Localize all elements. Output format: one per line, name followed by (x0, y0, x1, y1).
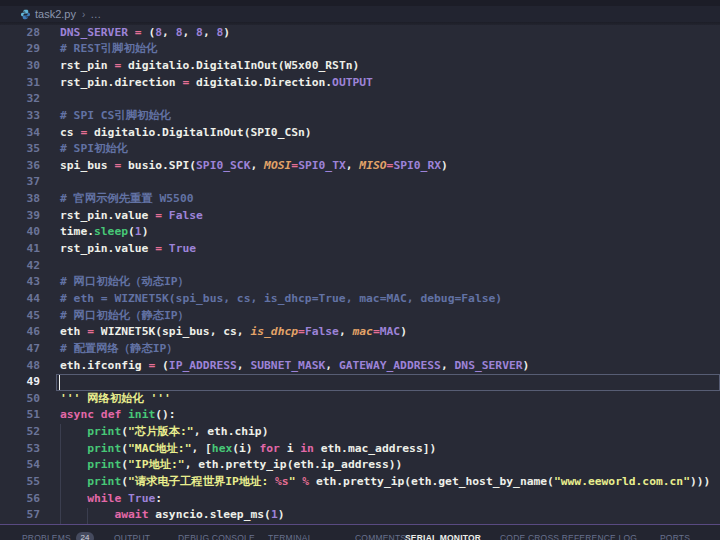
token-com: # SPI初始化 (60, 142, 128, 155)
code-text: # SPI CS引脚初始化 (60, 108, 171, 125)
line-number: 31 (0, 75, 40, 92)
code-line[interactable]: 41rst_pin.value = True (0, 241, 720, 258)
token-kw: await (114, 508, 148, 521)
token-const: False (169, 209, 203, 222)
line-number: 45 (0, 308, 40, 325)
token-fg: i (280, 442, 300, 455)
code-text: print("芯片版本:", eth.chip) (60, 424, 268, 441)
panel-tab-bar[interactable]: PROBLEMS24OUTPUTDEBUG CONSOLETERMINALCOM… (0, 524, 720, 540)
code-line[interactable]: 32 (0, 91, 720, 108)
code-line[interactable]: 40time.sleep(1) (0, 224, 720, 241)
code-line[interactable]: 56 while True: (0, 491, 720, 508)
code-line[interactable]: 52 print("芯片版本:", eth.chip) (0, 424, 720, 441)
code-line[interactable]: 28DNS_SERVER = (8, 8, 8, 8) (0, 25, 720, 42)
line-number: 32 (0, 91, 40, 108)
token-fg: , (339, 325, 353, 338)
token-const: True (128, 492, 155, 505)
current-line-highlight (56, 374, 720, 391)
code-line[interactable]: 34cs = digitalio.DigitalInOut(SPI0_CSn) (0, 125, 720, 142)
token-fg: ( (142, 26, 156, 39)
token-com: # 配置网络（静态IP） (60, 342, 178, 355)
code-line[interactable]: 54 print("IP地址:", eth.pretty_ip(eth.ip_a… (0, 457, 720, 474)
token-num: 1 (135, 225, 142, 238)
panel-tab-comments[interactable]: COMMENTS (355, 533, 406, 540)
line-number: 40 (0, 224, 40, 241)
code-line[interactable]: 43# 网口初始化（动态IP） (0, 274, 720, 291)
token-const: SPI0_TX (298, 159, 346, 172)
code-line[interactable]: 36spi_bus = busio.SPI(SPI0_SCK, MOSI=SPI… (0, 158, 720, 175)
panel-tab-ports[interactable]: PORTS (660, 533, 690, 540)
code-line[interactable]: 38# 官网示例先重置 W5500 (0, 191, 720, 208)
token-fg: digitalio.DigitalInOut(SPI0_CSn) (87, 126, 311, 139)
token-num: 1 (271, 508, 278, 521)
token-com: # REST引脚初始化 (60, 42, 157, 55)
token-fg: busio.SPI( (121, 159, 196, 172)
code-line[interactable]: 33# SPI CS引脚初始化 (0, 108, 720, 125)
token-const: MAC (380, 325, 400, 338)
python-file-icon (20, 9, 31, 20)
token-str: "IP地址:" (128, 458, 185, 471)
token-fn: print (87, 442, 121, 455)
token-fg: , (325, 359, 339, 372)
panel-tab-code-cross-reference-log[interactable]: CODE CROSS REFERENCE LOG (500, 533, 637, 540)
token-fg: asyncio.sleep_ms( (148, 508, 270, 521)
code-text: spi_bus = busio.SPI(SPI0_SCK, MOSI=SPI0_… (60, 158, 448, 175)
code-text: # eth = WIZNET5K(spi_bus, cs, is_dhcp=Tr… (60, 291, 502, 308)
token-fg: cs (60, 126, 80, 139)
token-fg: rst_pin.value (60, 242, 155, 255)
token-str: "请求电子工程世界IP地址: (128, 475, 275, 488)
token-par: MOSI (264, 159, 291, 172)
editor-code-area[interactable]: 28DNS_SERVER = (8, 8, 8, 8)29# REST引脚初始化… (0, 25, 720, 525)
token-fg: rst_pin.direction (60, 76, 182, 89)
code-line[interactable]: 31rst_pin.direction = digitalio.Directio… (0, 75, 720, 92)
panel-tab-terminal[interactable]: TERMINAL (268, 533, 313, 540)
code-line[interactable]: 55 print("请求电子工程世界IP地址: %s" % eth.pretty… (0, 474, 720, 491)
line-number: 54 (0, 457, 40, 474)
code-text: # 网口初始化（静态IP） (60, 308, 189, 325)
breadcrumb-symbol[interactable]: … (90, 8, 102, 20)
token-fg: digitalio.DigitalInOut(W5x00_RSTn) (121, 59, 359, 72)
code-line[interactable]: 42 (0, 258, 720, 275)
code-line[interactable]: 39rst_pin.value = False (0, 208, 720, 225)
code-line[interactable]: 35# SPI初始化 (0, 141, 720, 158)
code-line[interactable]: 48eth.ifconfig = (IP_ADDRESS, SUBNET_MAS… (0, 358, 720, 375)
code-line[interactable]: 51async def init(): (0, 407, 720, 424)
editor-lines[interactable]: 28DNS_SERVER = (8, 8, 8, 8)29# REST引脚初始化… (0, 25, 720, 524)
code-text: # REST引脚初始化 (60, 41, 157, 58)
code-line[interactable]: 37 (0, 174, 720, 191)
line-number: 44 (0, 291, 40, 308)
token-const: DNS_SERVER (60, 26, 128, 39)
code-text: rst_pin.direction = digitalio.Direction.… (60, 75, 373, 92)
line-number: 29 (0, 41, 40, 58)
token-fg: , (203, 26, 217, 39)
code-line[interactable]: 46eth = WIZNET5K(spi_bus, cs, is_dhcp=Fa… (0, 324, 720, 341)
token-fg: ) (223, 26, 230, 39)
code-line[interactable]: 50''' 网络初始化 ''' (0, 391, 720, 408)
line-number: 50 (0, 391, 40, 408)
code-text: eth.ifconfig = (IP_ADDRESS, SUBNET_MASK,… (60, 358, 529, 375)
indent-guide (87, 508, 88, 525)
code-line[interactable]: 45# 网口初始化（静态IP） (0, 308, 720, 325)
token-const: IP_ADDRESS (169, 359, 237, 372)
line-number: 30 (0, 58, 40, 75)
panel-tab-output[interactable]: OUTPUT (114, 533, 150, 540)
line-number: 51 (0, 407, 40, 424)
code-line[interactable]: 29# REST引脚初始化 (0, 41, 720, 58)
breadcrumb-file-name[interactable]: task2.py (35, 8, 76, 20)
token-com: # 网口初始化（动态IP） (60, 275, 189, 288)
token-fg (60, 458, 87, 471)
line-number: 43 (0, 274, 40, 291)
token-fg: , (346, 159, 360, 172)
code-line[interactable]: 57 await asyncio.sleep_ms(1) (0, 507, 720, 524)
panel-tab-problems[interactable]: PROBLEMS (22, 533, 71, 540)
panel-tab-debug-console[interactable]: DEBUG CONSOLE (178, 533, 255, 540)
code-line[interactable]: 53 print("MAC地址:", [hex(i) for i in eth.… (0, 441, 720, 458)
token-fg (60, 492, 87, 505)
breadcrumb[interactable]: task2.py › … (0, 6, 720, 22)
token-com: # eth = WIZNET5K(spi_bus, cs, is_dhcp=Tr… (60, 292, 502, 305)
code-line[interactable]: 44# eth = WIZNET5K(spi_bus, cs, is_dhcp=… (0, 291, 720, 308)
code-line[interactable]: 30rst_pin = digitalio.DigitalInOut(W5x00… (0, 58, 720, 75)
token-fg: , (237, 359, 251, 372)
code-line[interactable]: 47# 配置网络（静态IP） (0, 341, 720, 358)
panel-tab-serial-monitor[interactable]: SERIAL MONITOR (405, 533, 481, 540)
